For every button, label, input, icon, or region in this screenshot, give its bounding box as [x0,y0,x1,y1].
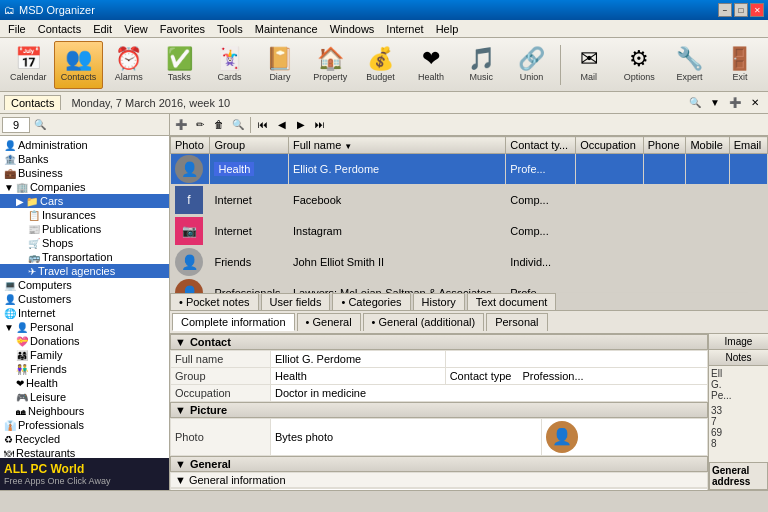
toolbar-expert[interactable]: 🔧 Expert [665,41,713,89]
tree-item-business[interactable]: 💼 Business [0,166,169,180]
menu-view[interactable]: View [118,22,154,36]
table-row[interactable]: 📷 Internet Instagram Comp... [171,216,768,247]
tree-item-internet[interactable]: 🌐 Internet [0,306,169,320]
tree-item-neighbours[interactable]: 🏘 Neighbours [0,404,169,418]
minimize-button[interactable]: − [718,3,732,17]
maximize-button[interactable]: □ [734,3,748,17]
tree-item-transportation[interactable]: 🚌 Transportation [0,250,169,264]
tree-item-shops[interactable]: 🛒 Shops [0,236,169,250]
table-row[interactable]: f Internet Facebook Comp... [171,185,768,216]
general-info-collapse[interactable]: ▼ [175,474,186,486]
toolbar-music[interactable]: 🎵 Music [457,41,505,89]
tree-item-health[interactable]: ❤ Health [0,376,169,390]
col-photo[interactable]: Photo [171,137,210,154]
tree-item-recycled[interactable]: ♻ Recycled [0,432,169,446]
toolbar-exit[interactable]: 🚪 Exit [716,41,764,89]
shops-icon: 🛒 [28,238,40,249]
menu-maintenance[interactable]: Maintenance [249,22,324,36]
subtab-general-add[interactable]: • General (additional) [363,313,485,331]
toolbar-health[interactable]: ❤ Health [407,41,455,89]
title-bar-left: 🗂 MSD Organizer [4,4,95,16]
grid-edit-btn[interactable]: ✏ [191,116,209,134]
tree-item-donations[interactable]: 💝 Donations [0,334,169,348]
menu-contacts[interactable]: Contacts [32,22,87,36]
tree-item-administration[interactable]: 👤 Administration [0,138,169,152]
toolbar-search[interactable]: 🔍 [686,94,704,112]
menu-windows[interactable]: Windows [324,22,381,36]
tree-item-professionals[interactable]: 👔 Professionals [0,418,169,432]
col-group[interactable]: Group [210,137,288,154]
tree-item-travel[interactable]: ✈ Travel agencies [0,264,169,278]
grid-delete-btn[interactable]: 🗑 [210,116,228,134]
subtab-complete[interactable]: Complete information [172,313,295,331]
grid-search-btn[interactable]: 🔍 [229,116,247,134]
grid-first-btn[interactable]: ⏮ [254,116,272,134]
contact-collapse-icon[interactable]: ▼ [175,336,186,348]
col-mobile[interactable]: Mobile [686,137,729,154]
tree-item-restaurants[interactable]: 🍽 Restaurants [0,446,169,458]
travel-icon: ✈ [28,266,36,277]
tree-item-customers[interactable]: 👤 Customers [0,292,169,306]
col-occupation[interactable]: Occupation [576,137,644,154]
menu-file[interactable]: File [2,22,32,36]
grid-next-btn[interactable]: ▶ [292,116,310,134]
contacts-tab[interactable]: Contacts [4,95,61,110]
menu-help[interactable]: Help [430,22,465,36]
tree-item-cars[interactable]: ▶ 📁 Cars [0,194,169,208]
menu-edit[interactable]: Edit [87,22,118,36]
tree-item-family[interactable]: 👨‍👩‍👧 Family [0,348,169,362]
menu-favorites[interactable]: Favorites [154,22,211,36]
menu-internet[interactable]: Internet [380,22,429,36]
tab-user-fields[interactable]: User fields [261,293,331,310]
cell-email [729,185,767,216]
toolbar-tasks[interactable]: ✅ Tasks [155,41,203,89]
toolbar-union[interactable]: 🔗 Union [507,41,555,89]
grid-prev-btn[interactable]: ◀ [273,116,291,134]
toolbar-alarms[interactable]: ⏰ Alarms [105,41,153,89]
table-row[interactable]: 👤 Professionals Lawyers: McLeian-Saltman… [171,278,768,293]
toolbar-contacts[interactable]: 👥 Contacts [54,41,102,89]
table-row[interactable]: 👤 Friends John Elliot Smith II Individ..… [171,247,768,278]
close-button[interactable]: ✕ [750,3,764,17]
tree-item-companies[interactable]: ▼ 🏢 Companies [0,180,169,194]
tree-item-personal[interactable]: ▼ 👤 Personal [0,320,169,334]
cell-fullname: Instagram [288,216,505,247]
toolbar-property[interactable]: 🏠 Property [306,41,354,89]
picture-collapse-icon[interactable]: ▼ [175,404,186,416]
general-collapse-icon[interactable]: ▼ [175,458,186,470]
subtab-general[interactable]: • General [297,313,361,331]
col-phone[interactable]: Phone [643,137,686,154]
toolbar-cards[interactable]: 🃏 Cards [205,41,253,89]
toolbar-filter[interactable]: ▼ [706,94,724,112]
tab-history[interactable]: History [413,293,465,310]
toolbar-delete[interactable]: ✕ [746,94,764,112]
property-label: Property [313,72,347,82]
toolbar-budget[interactable]: 💰 Budget [356,41,404,89]
tree-item-friends[interactable]: 👫 Friends [0,362,169,376]
toolbar-options[interactable]: ⚙ Options [615,41,663,89]
toolbar-mail[interactable]: ✉ Mail [565,41,613,89]
col-fullname[interactable]: Full name ▼ [288,137,505,154]
tree-item-computers[interactable]: 💻 Computers [0,278,169,292]
tree-item-publications[interactable]: 📰 Publications [0,222,169,236]
toolbar-calendar[interactable]: 📅 Calendar [4,41,52,89]
subtab-personal[interactable]: Personal [486,313,547,331]
tree-item-insurances[interactable]: 📋 Insurances [0,208,169,222]
cell-photo: 👤 [171,154,210,185]
toolbar-diary[interactable]: 📔 Diary [256,41,304,89]
col-contacttype[interactable]: Contact ty... [506,137,576,154]
page-input[interactable] [2,117,30,133]
tab-text-document[interactable]: Text document [467,293,557,310]
table-row[interactable]: 👤 Health Elliot G. Perdome Profe... [171,154,768,185]
grid-last-btn[interactable]: ⏭ [311,116,329,134]
menu-tools[interactable]: Tools [211,22,249,36]
search-btn[interactable]: 🔍 [31,116,49,134]
toolbar-add[interactable]: ➕ [726,94,744,112]
tree-item-leisure[interactable]: 🎮 Leisure [0,390,169,404]
col-email[interactable]: Email [729,137,767,154]
tab-categories[interactable]: • Categories [332,293,410,310]
note-1: EllG.Pe... [711,368,766,401]
tab-pocket-notes[interactable]: • Pocket notes [170,293,259,310]
tree-item-banks[interactable]: 🏦 Banks [0,152,169,166]
grid-add-btn[interactable]: ➕ [172,116,190,134]
